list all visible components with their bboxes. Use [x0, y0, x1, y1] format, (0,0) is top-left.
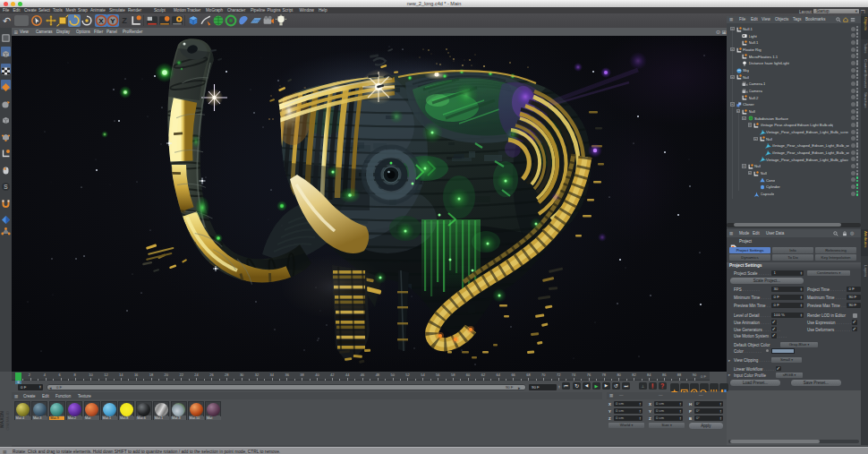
svg-text:S: S [4, 184, 8, 190]
svg-text:Z: Z [122, 16, 127, 25]
svg-text:Y: Y [110, 17, 115, 25]
svg-text:X: X [98, 17, 104, 25]
